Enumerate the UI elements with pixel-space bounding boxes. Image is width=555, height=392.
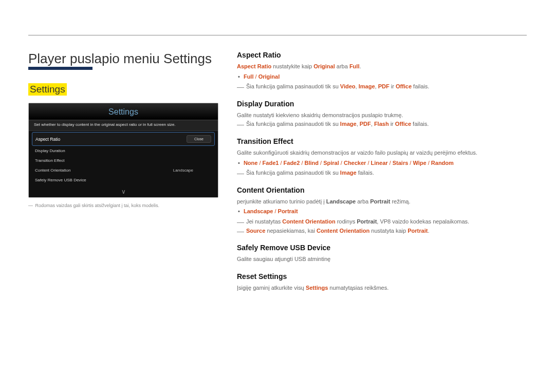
device-row-label: Content Orientation [35,168,70,173]
dash-icon [237,170,244,177]
device-title: Settings [29,103,218,120]
device-row-label: Transition Effect [35,158,64,163]
content-orientation-options: Landscape / Portrait [237,207,527,216]
device-row-label: Display Duration [35,148,65,153]
transition-note: Šia funkcija galima pasinaudoti tik su I… [237,169,527,178]
dash-icon [237,218,244,226]
device-row-transition-effect[interactable]: Transition Effect [32,156,215,165]
dash-icon [237,228,244,235]
dash-icon [237,121,244,128]
device-screenshot: Settings Set whether to display content … [28,103,218,198]
transition-desc: Galite sukonfigūruoti skaidrių demonstra… [237,148,527,158]
heading-display-duration: Display Duration [237,100,527,108]
device-row-value: Landscape [173,168,212,173]
heading-aspect-ratio: Aspect Ratio [237,51,527,59]
device-row-safely-remove[interactable]: Safely Remove USB Device [32,175,215,185]
dash-icon [237,83,244,90]
device-row-label: Aspect Ratio [35,137,60,142]
content-note-1: Jei nustatytas Content Orientation rodin… [237,217,527,227]
heading-safely-remove: Safely Remove USB Device [237,244,527,252]
header-rule [28,35,527,35]
footnote-text: Rodomas vaizdas gali skirtis atsižvelgia… [35,203,160,208]
transition-options: None / Fade1 / Fade2 / Blind / Spiral / … [237,159,527,168]
dash-icon: ― [28,203,33,208]
header-accent-bar [28,67,92,70]
aspect-note: Šia funkcija galima pasinaudoti tik su V… [237,82,527,91]
reset-settings-desc: Įsigiję gaminį atkurkite visų Settings n… [237,284,527,293]
chevron-down-icon[interactable]: ∨ [29,188,218,197]
heading-reset-settings: Reset Settings [237,272,527,281]
device-row-aspect-ratio[interactable]: Aspect Ratio Close [32,132,215,146]
safely-remove-desc: Galite saugiau atjungti USB atmintinę [237,255,527,264]
device-row-label: Safely Remove USB Device [35,178,86,182]
aspect-ratio-desc: Aspect Ratio nustatykite kaip Original a… [237,62,527,71]
display-note: Šia funkcija galima pasinaudoti tik su I… [237,120,527,129]
close-button[interactable]: Close [187,135,211,143]
heading-content-orientation: Content Orientation [237,186,527,194]
page-title: Player puslapio meniu Settings [28,51,218,67]
device-row-content-orientation[interactable]: Content Orientation Landscape [32,165,215,175]
heading-transition-effect: Transition Effect [237,137,527,145]
section-highlight-settings: Settings [28,83,67,96]
content-orientation-desc: perjunkite atkuriamo turinio padėtį į La… [237,197,527,207]
display-duration-desc: Galite nustatyti kiekvieno skaidrių demo… [237,111,527,120]
aspect-options: Full / Original [237,72,527,82]
device-row-display-duration[interactable]: Display Duration [32,146,215,156]
content-note-2: Source nepasiekiamas, kai Content Orient… [237,227,527,236]
image-footnote: ― Rodomas vaizdas gali skirtis atsižvelg… [28,203,218,208]
device-description: Set whether to display content in the or… [29,120,218,131]
